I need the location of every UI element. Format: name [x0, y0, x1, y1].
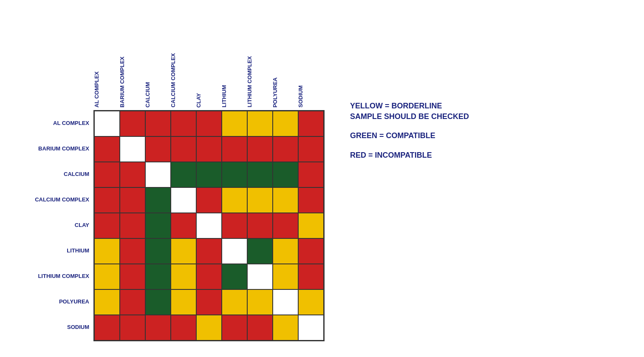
grid-cell	[120, 289, 145, 315]
grid-cell	[145, 136, 171, 162]
grid-cell	[196, 111, 222, 136]
col-headers-row: AL COMPLEXBARIUM COMPLEXCALCIUMCALCIUM C…	[93, 16, 325, 109]
table-row	[94, 162, 324, 187]
grid-cell	[171, 264, 196, 289]
grid-cell	[247, 213, 273, 238]
grid-cell	[298, 264, 324, 289]
matrix-section: AL COMPLEXBARIUM COMPLEXCALCIUMCALCIUM C…	[17, 16, 325, 341]
row-label: CALCIUM COMPLEX	[17, 187, 93, 212]
grid-cell	[273, 187, 298, 213]
grid-cell	[273, 264, 298, 289]
col-header: POLYUREA	[272, 16, 297, 109]
grid-cell	[222, 289, 247, 315]
row-label: AL COMPLEX	[17, 110, 93, 136]
grid-cell	[273, 136, 298, 162]
grid-cell	[120, 213, 145, 238]
grid-cell	[196, 213, 222, 238]
grid-cell	[298, 315, 324, 340]
col-header: SODIUM	[297, 16, 323, 109]
grid-cell	[120, 315, 145, 340]
table-row	[94, 213, 324, 238]
table-row	[94, 187, 324, 213]
legend-red: RED = INCOMPATIBLE	[350, 150, 469, 161]
row-label: SODIUM	[17, 314, 93, 340]
grid-cell	[298, 187, 324, 213]
grid-cell	[247, 289, 273, 315]
grid-cell	[196, 289, 222, 315]
row-label: LITHIUM COMPLEX	[17, 263, 93, 289]
grid-cell	[145, 289, 171, 315]
grid-cell	[120, 264, 145, 289]
grid-cell	[171, 213, 196, 238]
grid-cell	[145, 187, 171, 213]
grid-cell	[120, 238, 145, 264]
grid-cell	[298, 213, 324, 238]
legend-green: GREEN = COMPATIBLE	[350, 130, 469, 141]
grid-cell	[171, 187, 196, 213]
grid-cell	[94, 315, 120, 340]
grid-cell	[120, 111, 145, 136]
matrix-body: AL COMPLEXBARIUM COMPLEXCALCIUMCALCIUM C…	[17, 110, 325, 341]
grid-cell	[247, 264, 273, 289]
table-row	[94, 136, 324, 162]
page-container: AL COMPLEXBARIUM COMPLEXCALCIUMCALCIUM C…	[17, 16, 469, 341]
grid-cell	[120, 136, 145, 162]
grid-cell	[145, 213, 171, 238]
grid-cell	[196, 264, 222, 289]
grid-cell	[273, 213, 298, 238]
grid-cell	[273, 238, 298, 264]
table-row	[94, 111, 324, 136]
grid-cell	[247, 315, 273, 340]
grid-cell	[222, 315, 247, 340]
col-header: BARIUM COMPLEX	[119, 16, 144, 109]
grid-cell	[298, 162, 324, 187]
grid-cell	[247, 162, 273, 187]
grid-cell	[171, 289, 196, 315]
row-label: LITHIUM	[17, 238, 93, 263]
grid-cell	[196, 187, 222, 213]
grid-cell	[94, 213, 120, 238]
grid-cell	[298, 289, 324, 315]
grid-cell	[247, 187, 273, 213]
grid-cell	[145, 162, 171, 187]
grid-cell	[171, 136, 196, 162]
grid-cell	[120, 162, 145, 187]
grid-cell	[298, 136, 324, 162]
grid-cell	[247, 136, 273, 162]
grid-cell	[94, 264, 120, 289]
col-header: LITHIUM COMPLEX	[246, 16, 272, 109]
col-header: CALCIUM	[144, 16, 170, 109]
grid-cell	[196, 162, 222, 187]
grid-cell	[247, 238, 273, 264]
grid-cell	[94, 111, 120, 136]
grid-cell	[222, 187, 247, 213]
table-row	[94, 238, 324, 264]
table-row	[94, 315, 324, 340]
row-label: POLYUREA	[17, 289, 93, 314]
legend-yellow: YELLOW = BORDERLINE SAMPLE SHOULD BE CHE…	[350, 101, 469, 122]
grid-cell	[222, 264, 247, 289]
grid-cell	[145, 315, 171, 340]
col-header: LITHIUM	[221, 16, 246, 109]
grid-cell	[222, 238, 247, 264]
grid-cell	[222, 136, 247, 162]
grid-cell	[298, 238, 324, 264]
grid-cell	[196, 315, 222, 340]
grid-cell	[145, 111, 171, 136]
legend-section: YELLOW = BORDERLINE SAMPLE SHOULD BE CHE…	[350, 16, 469, 161]
grid-cell	[94, 136, 120, 162]
grid-cell	[171, 111, 196, 136]
grid-cell	[145, 238, 171, 264]
table-row	[94, 264, 324, 289]
grid-cell	[298, 111, 324, 136]
matrix-with-headers: AL COMPLEXBARIUM COMPLEXCALCIUMCALCIUM C…	[17, 16, 325, 341]
grid-cell	[273, 111, 298, 136]
grid-cell	[120, 187, 145, 213]
row-labels: AL COMPLEXBARIUM COMPLEXCALCIUMCALCIUM C…	[17, 110, 93, 341]
table-row	[94, 289, 324, 315]
grid-cell	[145, 264, 171, 289]
grid-cell	[94, 238, 120, 264]
grid-cell	[273, 315, 298, 340]
col-header: AL COMPLEX	[93, 16, 119, 109]
grid-cell	[222, 162, 247, 187]
